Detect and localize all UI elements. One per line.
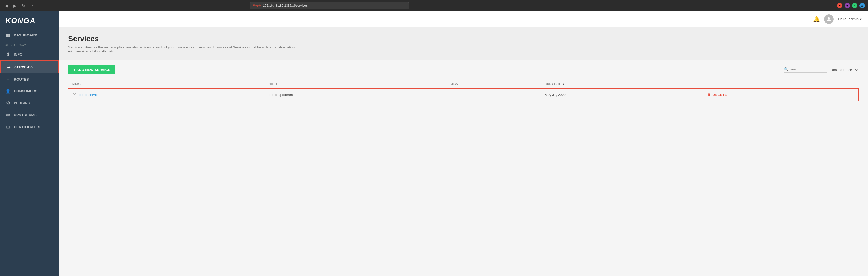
- address-bar[interactable]: 不安全 172.16.48.185:1337/#!/services: [250, 2, 409, 9]
- sidebar-item-certificates[interactable]: ⊞ CERTIFICATES: [0, 121, 59, 133]
- table-container: NAME HOST TAGS CREATED ▲: [59, 80, 868, 107]
- avatar: [824, 14, 834, 24]
- service-created-cell: May 31, 2020: [540, 89, 703, 101]
- sidebar-item-label: INFO: [14, 53, 23, 56]
- sidebar-item-label: UPSTREAMS: [14, 113, 37, 117]
- url-text: 172.16.48.185:1337/#!/services: [263, 4, 307, 7]
- cloud-icon: ☁: [6, 64, 11, 69]
- service-name-link[interactable]: demo-service: [79, 93, 99, 97]
- certificates-icon: ⊞: [5, 125, 11, 130]
- svg-point-0: [828, 17, 830, 19]
- app-container: KONGA ▦ DASHBOARD API GATEWAY ℹ INFO ☁ S…: [0, 11, 868, 276]
- search-box: 🔍: [784, 67, 827, 73]
- sidebar-item-label: PLUGINS: [14, 101, 30, 105]
- sidebar-item-upstreams[interactable]: ⇄ UPSTREAMS: [0, 109, 59, 121]
- col-created[interactable]: CREATED ▲: [540, 80, 703, 89]
- sidebar-section-label: API GATEWAY: [0, 41, 59, 48]
- col-actions: [703, 80, 859, 89]
- upstreams-icon: ⇄: [5, 112, 11, 117]
- service-tags-cell: [445, 89, 540, 101]
- browser-icon-3: ✓: [852, 3, 857, 8]
- toolbar: + ADD NEW SERVICE 🔍 Results : 25 50 100: [59, 60, 868, 80]
- plugins-icon: ⚙: [5, 101, 11, 106]
- notification-bell-icon[interactable]: 🔔: [813, 16, 820, 22]
- search-input[interactable]: [790, 67, 827, 71]
- sidebar-item-info[interactable]: ℹ INFO: [0, 48, 59, 60]
- eye-icon[interactable]: 👁: [72, 92, 76, 97]
- security-indicator: 不安全: [252, 4, 261, 8]
- table-row: 👁 demo-service demo-upstream May 31, 202…: [68, 89, 859, 101]
- reload-button[interactable]: ↻: [20, 2, 27, 9]
- sidebar-item-services[interactable]: ☁ SERVICES: [0, 60, 59, 73]
- sidebar-item-routes[interactable]: ⑂ ROUTES: [0, 73, 59, 85]
- services-table: NAME HOST TAGS CREATED ▲: [68, 80, 859, 101]
- col-tags: TAGS: [445, 80, 540, 89]
- sidebar-item-label: CERTIFICATES: [14, 125, 40, 129]
- sidebar-item-label: SERVICES: [14, 65, 33, 69]
- top-header: 🔔 Hello, admin ▾: [59, 11, 868, 27]
- routes-icon: ⑂: [5, 77, 11, 82]
- service-actions-cell: 🗑 DELETE: [703, 89, 859, 101]
- service-host-cell: demo-upstream: [265, 89, 445, 101]
- col-host: HOST: [265, 80, 445, 89]
- sidebar-item-plugins[interactable]: ⚙ PLUGINS: [0, 97, 59, 109]
- main-content: 🔔 Hello, admin ▾ Services Service entiti…: [59, 11, 868, 276]
- user-greeting: Hello, admin: [838, 17, 859, 21]
- page-content: Services Service entities, as the name i…: [59, 27, 868, 276]
- info-icon: ℹ: [5, 52, 11, 57]
- back-button[interactable]: ◀: [3, 2, 9, 9]
- trash-icon: 🗑: [707, 93, 711, 97]
- browser-toolbar-icons: ● ▼ ✓ ⊞: [837, 3, 865, 8]
- app-logo: KONGA: [0, 11, 59, 29]
- sort-icon: ▲: [562, 82, 565, 85]
- page-title: Services: [68, 35, 859, 43]
- table-body: 👁 demo-service demo-upstream May 31, 202…: [68, 89, 859, 101]
- sidebar-item-label: ROUTES: [14, 77, 29, 81]
- dashboard-icon: ▦: [5, 33, 11, 38]
- browser-icon-2: ▼: [845, 3, 850, 8]
- results-label: Results :: [831, 68, 844, 72]
- page-description: Service entities, as the name implies, a…: [68, 45, 308, 53]
- forward-button[interactable]: ▶: [12, 2, 18, 9]
- table-header: NAME HOST TAGS CREATED ▲: [68, 80, 859, 89]
- sidebar-item-label: DASHBOARD: [14, 33, 37, 37]
- sidebar-item-consumers[interactable]: 👤 CONSUMERS: [0, 85, 59, 97]
- consumers-icon: 👤: [5, 89, 11, 94]
- sidebar-item-label: CONSUMERS: [14, 89, 37, 93]
- add-new-service-button[interactable]: + ADD NEW SERVICE: [68, 65, 116, 74]
- delete-button[interactable]: 🗑 DELETE: [707, 93, 727, 97]
- col-name: NAME: [68, 80, 265, 89]
- search-icon: 🔍: [784, 67, 788, 71]
- delete-label: DELETE: [713, 93, 727, 97]
- user-menu[interactable]: Hello, admin ▾: [838, 17, 862, 21]
- browser-icon-4: ⊞: [860, 3, 865, 8]
- sidebar-item-dashboard[interactable]: ▦ DASHBOARD: [0, 29, 59, 41]
- home-button[interactable]: ⌂: [29, 2, 35, 9]
- sidebar: KONGA ▦ DASHBOARD API GATEWAY ℹ INFO ☁ S…: [0, 11, 59, 276]
- toolbar-right: 🔍 Results : 25 50 100: [784, 67, 859, 73]
- browser-chrome: ◀ ▶ ↻ ⌂ 不安全 172.16.48.185:1337/#!/servic…: [0, 0, 868, 11]
- browser-icon-1: ●: [837, 3, 842, 8]
- service-name-cell: 👁 demo-service: [68, 89, 265, 101]
- results-per-page-select[interactable]: 25 50 100: [847, 68, 859, 72]
- dropdown-arrow-icon: ▾: [860, 17, 862, 21]
- page-hero: Services Service entities, as the name i…: [59, 27, 868, 60]
